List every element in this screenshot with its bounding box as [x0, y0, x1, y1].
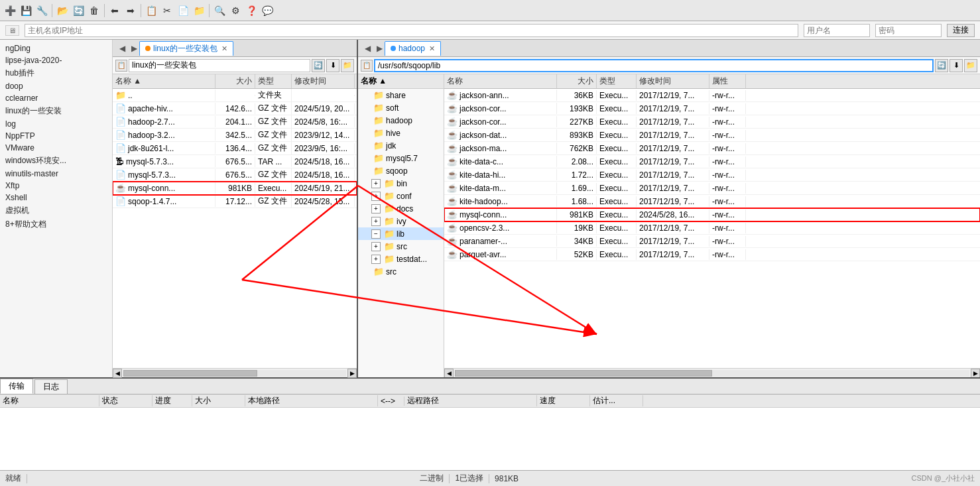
save-icon[interactable]: 💾: [19, 3, 33, 18]
pass-input[interactable]: [875, 24, 942, 37]
right-scroll-thumb[interactable]: [455, 370, 712, 377]
transfer-tab-transfer[interactable]: 传输: [0, 379, 33, 394]
right-scrollbar-h[interactable]: ◀ ▶: [444, 368, 980, 377]
left-path-toggle[interactable]: 📋: [115, 60, 127, 72]
delete-icon[interactable]: 🗑: [87, 3, 101, 18]
left-scrollbar-h[interactable]: ◀ ▶: [113, 368, 357, 377]
left-file-row[interactable]: 📄hadoop-3.2...342.5...GZ 文件2023/9/12, 14…: [113, 129, 357, 142]
right-file-row[interactable]: ☕jackson-ann...36KBExecu...2017/12/19, 7…: [444, 89, 980, 102]
tree-item[interactable]: 📁soft: [358, 101, 444, 114]
tree-item[interactable]: +📁bin: [358, 177, 444, 190]
right-tab-hadoop[interactable]: hadoop ✕: [385, 41, 441, 56]
right-file-row[interactable]: ☕jackson-ma...762KBExecu...2017/12/19, 7…: [444, 142, 980, 155]
connect-button[interactable]: 连接: [947, 24, 975, 37]
open-folder-icon[interactable]: 📂: [55, 3, 70, 18]
right-file-row[interactable]: ☕parquet-avr...52KBExecu...2017/12/19, 7…: [444, 248, 980, 261]
sidebar-item[interactable]: windows环境安...: [0, 154, 112, 168]
left-header-date[interactable]: 修改时间: [292, 74, 355, 88]
left-scroll-thumb[interactable]: [123, 370, 257, 377]
right-file-row[interactable]: ☕opencsv-2.3...19KBExecu...2017/12/19, 7…: [444, 221, 980, 235]
left-scroll-left[interactable]: ◀: [113, 369, 122, 378]
left-header-type[interactable]: 类型: [255, 74, 292, 88]
left-tab-linux[interactable]: linux的一些安装包 ✕: [139, 41, 233, 56]
right-path-btn1[interactable]: 🔄: [935, 59, 948, 72]
tree-item[interactable]: +📁testdat...: [358, 253, 444, 265]
sidebar-item[interactable]: 8+帮助文档: [0, 217, 112, 231]
right-header-date[interactable]: 修改时间: [637, 74, 709, 88]
sidebar-item[interactable]: winutils-master: [0, 168, 112, 180]
copy-icon[interactable]: 📋: [144, 3, 158, 18]
tree-expand-icon[interactable]: +: [371, 192, 381, 201]
right-header-size[interactable]: 大小: [557, 74, 597, 88]
tree-item[interactable]: 📁hive: [358, 127, 444, 139]
left-path-btn1[interactable]: 🔄: [312, 59, 325, 72]
left-file-row[interactable]: 📁..文件夹: [113, 89, 357, 102]
right-header-name[interactable]: 名称: [444, 74, 557, 88]
settings-icon[interactable]: 🔧: [34, 3, 49, 18]
tree-item[interactable]: −📁lib: [358, 227, 444, 240]
tree-expand-icon[interactable]: +: [371, 204, 381, 213]
help-icon[interactable]: ❓: [244, 3, 259, 18]
transfer-tab-log[interactable]: 日志: [34, 379, 68, 394]
refresh-icon[interactable]: 🔄: [71, 3, 86, 18]
tree-item[interactable]: +📁docs: [358, 202, 444, 215]
chat-icon[interactable]: 💬: [260, 3, 275, 18]
left-file-row[interactable]: 📄apache-hiv...142.6...GZ 文件2024/5/19, 20…: [113, 102, 357, 115]
sidebar-item[interactable]: ngDing: [0, 42, 112, 54]
right-scroll-right[interactable]: ▶: [971, 369, 980, 378]
host-input[interactable]: [25, 24, 798, 37]
tree-expand-icon[interactable]: +: [371, 217, 381, 226]
left-file-row[interactable]: 🗜mysql-5.7.3...676.5...TAR ...2024/5/18,…: [113, 155, 357, 168]
sidebar-item[interactable]: 虚拟机: [0, 204, 112, 217]
left-file-row[interactable]: ☕mysql-conn...981KBExecu...2024/5/19, 21…: [113, 182, 357, 195]
tree-expand-icon[interactable]: +: [371, 255, 381, 264]
right-file-row[interactable]: ☕jackson-cor...193KBExecu...2017/12/19, …: [444, 102, 980, 115]
forward-icon[interactable]: ➡: [123, 3, 138, 18]
sidebar-item[interactable]: lipse-java-2020-: [0, 54, 112, 66]
left-tab-prev[interactable]: ◀: [117, 43, 127, 54]
left-path-btn2[interactable]: ⬇: [326, 59, 339, 72]
tree-item[interactable]: +📁src: [358, 240, 444, 253]
right-scroll-left[interactable]: ◀: [444, 369, 454, 378]
tree-expand-icon[interactable]: +: [371, 242, 381, 251]
search-icon[interactable]: 🔍: [212, 3, 227, 18]
right-path-input[interactable]: [374, 59, 934, 72]
tree-item[interactable]: 📁hadoop: [358, 114, 444, 127]
tree-item[interactable]: 📁sqoop: [358, 164, 444, 177]
tree-item[interactable]: +📁ivy: [358, 215, 444, 227]
right-file-row[interactable]: ☕jackson-dat...893KBExecu...2017/12/19, …: [444, 129, 980, 142]
left-file-row[interactable]: 📄mysql-5.7.3...676.5...GZ 文件2024/5/18, 1…: [113, 168, 357, 182]
left-header-name[interactable]: 名称 ▲: [113, 74, 215, 88]
gear-icon[interactable]: ⚙: [228, 3, 243, 18]
right-tab-prev[interactable]: ◀: [362, 43, 373, 54]
sidebar-item[interactable]: VMware: [0, 142, 112, 154]
newfolder-icon[interactable]: 📁: [192, 3, 206, 18]
sidebar-item[interactable]: NppFTP: [0, 130, 112, 142]
tree-item[interactable]: 📁jdk: [358, 139, 444, 152]
right-file-row[interactable]: ☕mysql-conn...981KBExecu...2024/5/28, 16…: [444, 208, 980, 221]
tree-item[interactable]: 📁share: [358, 89, 444, 101]
cut-icon[interactable]: ✂: [160, 3, 174, 18]
back-icon[interactable]: ⬅: [107, 3, 122, 18]
tree-item[interactable]: 📁mysql5.7: [358, 152, 444, 164]
right-header-attr[interactable]: 属性: [709, 74, 746, 88]
right-file-row[interactable]: ☕jackson-cor...227KBExecu...2017/12/19, …: [444, 115, 980, 129]
right-scroll-track[interactable]: [455, 370, 969, 377]
right-file-row[interactable]: ☕kite-data-hi...1.72...Execu...2017/12/1…: [444, 168, 980, 182]
tree-expand-icon[interactable]: −: [371, 229, 381, 239]
left-path-btn3[interactable]: 📁: [341, 59, 354, 72]
left-tab-next[interactable]: ▶: [129, 43, 139, 54]
right-path-toggle[interactable]: 📋: [361, 60, 373, 72]
sidebar-item[interactable]: log: [0, 118, 112, 130]
paste-icon[interactable]: 📄: [176, 3, 190, 18]
right-path-btn2[interactable]: ⬇: [949, 59, 963, 72]
sidebar-item[interactable]: linux的一些安装: [0, 104, 112, 118]
sidebar-item[interactable]: hub插件: [0, 66, 112, 80]
right-file-row[interactable]: ☕kite-data-c...2.08...Execu...2017/12/19…: [444, 155, 980, 168]
sidebar-item[interactable]: cclearner: [0, 92, 112, 104]
sidebar-item[interactable]: Xftp: [0, 180, 112, 192]
left-scroll-track[interactable]: [123, 370, 346, 377]
left-file-row[interactable]: 📄hadoop-2.7...204.1...GZ 文件2024/5/8, 16:…: [113, 115, 357, 129]
left-file-row[interactable]: 📄sqoop-1.4.7...17.12...GZ 文件2024/5/28, 1…: [113, 195, 357, 208]
tree-item[interactable]: +📁conf: [358, 190, 444, 202]
